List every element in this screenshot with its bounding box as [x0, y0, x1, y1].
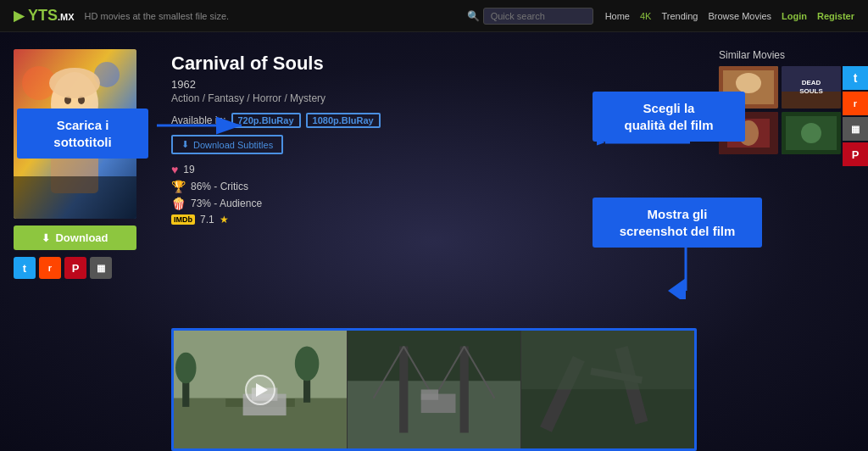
screenshots-area — [171, 328, 697, 451]
svg-point-27 — [175, 353, 196, 384]
arrow-subtitle-right — [148, 100, 250, 151]
similar-art-2: DEAD SOULS — [782, 66, 841, 109]
audience-score: 73% - Audience — [191, 198, 262, 209]
svg-rect-5 — [14, 176, 136, 219]
svg-text:DEAD: DEAD — [802, 79, 821, 86]
twitter-share-button[interactable]: t — [14, 257, 36, 279]
side-social-panel: t r ▦ P — [843, 66, 868, 166]
likes-count: 19 — [183, 164, 194, 175]
imdb-badge: IMDb — [171, 214, 195, 225]
nav-4k[interactable]: 4K — [640, 11, 651, 21]
annotation-quality: Scegli la qualità del film — [593, 92, 745, 142]
social-row: t r P ▦ — [14, 257, 158, 279]
svg-point-8 — [49, 68, 100, 98]
quality-1080p[interactable]: 1080p.BluRay — [306, 113, 381, 128]
annotation-screenshots-text: Mostra gli screenshot del film — [620, 207, 736, 238]
screenshot-art-3 — [521, 331, 694, 448]
pinterest-share-button[interactable]: P — [64, 257, 86, 279]
side-pinterest-button[interactable]: P — [843, 142, 868, 166]
annotation-screenshots: Mostra gli screenshot del film — [593, 198, 762, 248]
header-search: 🔍 — [467, 8, 593, 25]
svg-rect-41 — [421, 390, 438, 400]
download-button[interactable]: ⬇ Download — [14, 226, 136, 250]
svg-text:SOULS: SOULS — [799, 87, 823, 95]
annotation-subtitles: Scarica i sottotitoli — [17, 109, 148, 159]
similar-art-4 — [782, 112, 841, 154]
nav-register[interactable]: Register — [817, 11, 854, 21]
similar-movie-thumb-2[interactable]: DEAD SOULS — [782, 66, 841, 109]
svg-rect-47 — [521, 331, 694, 390]
header-tagline: HD movies at the smallest file size. — [85, 11, 230, 21]
header-nav: Home 4K Trending Browse Movies Login Reg… — [605, 11, 854, 21]
heart-icon: ♥ — [171, 163, 178, 176]
critics-score: 86% - Critics — [191, 181, 248, 192]
play-button[interactable] — [245, 375, 275, 405]
nav-home[interactable]: Home — [605, 11, 630, 21]
critics-row: 🏆 86% - Critics — [171, 180, 705, 193]
play-icon — [256, 383, 268, 397]
similar-movie-thumb-4[interactable] — [782, 112, 841, 154]
nav-browse[interactable]: Browse Movies — [708, 11, 771, 21]
svg-point-21 — [801, 123, 821, 143]
more-share-button[interactable]: ▦ — [90, 257, 112, 279]
annotation-quality-text: Scegli la qualità del film — [624, 101, 713, 132]
logo[interactable]: ▶ YTS.MX — [14, 7, 75, 25]
movie-year: 1962 — [171, 78, 705, 91]
svg-point-11 — [736, 73, 761, 93]
star-icon: ★ — [220, 214, 229, 226]
screenshot-art-2 — [348, 331, 520, 448]
screenshot-3[interactable] — [521, 331, 694, 448]
nav-login[interactable]: Login — [782, 11, 807, 21]
side-grid-button[interactable]: ▦ — [843, 117, 868, 141]
logo-area: ▶ YTS.MX — [14, 7, 75, 25]
similar-movies-title: Similar Movies — [719, 49, 854, 61]
screenshot-2[interactable] — [347, 331, 521, 448]
popcorn-icon: 🍿 — [171, 197, 186, 210]
side-reddit-button[interactable]: r — [843, 92, 868, 115]
header: ▶ YTS.MX HD movies at the smallest file … — [0, 0, 868, 32]
screenshot-1[interactable] — [174, 331, 347, 448]
main-content: t r ▦ P — [0, 32, 868, 451]
movie-title: Carnival of Souls — [171, 53, 705, 75]
nav-trending[interactable]: Trending — [661, 11, 698, 21]
svg-rect-35 — [460, 347, 469, 433]
side-twitter-button[interactable]: t — [843, 66, 868, 90]
svg-rect-34 — [399, 347, 408, 433]
search-icon: 🔍 — [467, 10, 480, 22]
reddit-share-button[interactable]: r — [39, 257, 61, 279]
critics-icon: 🏆 — [171, 180, 186, 193]
download-label: Download — [55, 231, 108, 244]
annotation-subtitles-text: Scarica i sottotitoli — [53, 118, 111, 149]
imdb-score: 7.1 — [200, 214, 214, 226]
svg-point-29 — [295, 347, 320, 381]
download-icon: ⬇ — [42, 232, 50, 244]
search-input[interactable] — [483, 8, 593, 25]
